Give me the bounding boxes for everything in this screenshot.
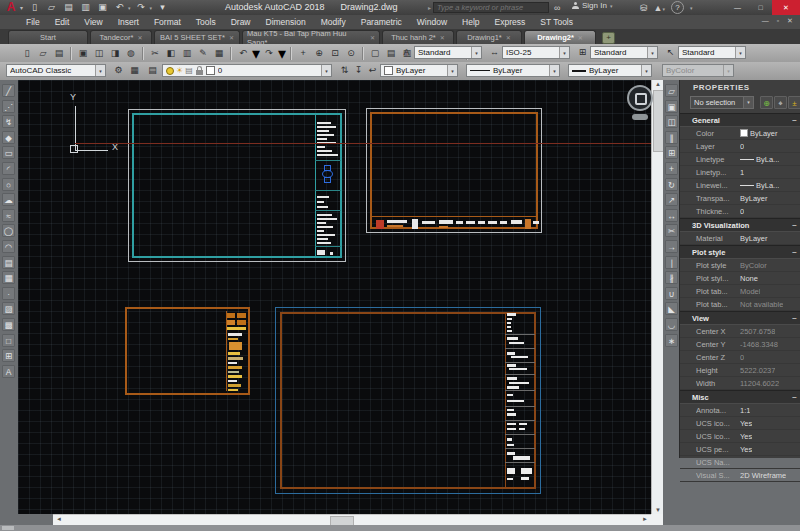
layer-on-bulb-icon[interactable] [166,67,174,75]
color-caret-icon[interactable]: ▾ [447,65,457,76]
app-store-cart-icon[interactable]: ⛁ [640,3,648,13]
maximize-button[interactable]: □ [749,0,772,15]
tab-close-icon[interactable]: ✕ [370,34,375,41]
dim-style-combo[interactable]: ISO-25▾ [502,46,570,59]
menu-express[interactable]: Express [493,17,528,27]
help-menu-icon[interactable]: ? [671,1,684,14]
break-icon[interactable]: ∦ [665,271,678,284]
lineweight-caret-icon[interactable]: ▾ [641,65,651,76]
qat-open-icon[interactable]: ▱ [45,1,58,14]
open-icon[interactable]: ▱ [36,46,50,60]
array-icon[interactable]: ⊞ [665,146,678,159]
lineweight-combo[interactable]: ByLayer▾ [568,64,652,77]
menu-insert[interactable]: Insert [116,17,141,27]
scroll-right-icon[interactable]: ► [642,516,648,522]
collapse-icon[interactable]: − [792,248,797,257]
gradient-icon[interactable]: ▩ [2,318,15,331]
qat-new-icon[interactable]: ▯ [28,1,41,14]
scroll-down-icon[interactable]: ▼ [652,507,664,513]
new-drawing-tab-button[interactable]: + [602,32,615,44]
hatch-icon[interactable]: ▨ [2,302,15,315]
region-icon[interactable]: □ [2,334,15,347]
properties-icon[interactable]: ▢ [368,46,382,60]
polyline-icon[interactable]: ↯ [2,115,15,128]
mirror-icon[interactable]: ◫ [665,115,678,128]
property-row[interactable]: Layer0 [680,140,800,153]
close-button[interactable]: ✕ [772,0,800,15]
circle-icon[interactable]: ○ [2,178,15,191]
qat-customize-icon[interactable]: ▾ [156,1,169,14]
break-at-point-icon[interactable]: ∣ [665,256,678,269]
tab-tandecor-[interactable]: Tandecor*✕ [90,30,152,44]
selection-combo[interactable]: No selection ▾ [690,96,754,109]
selection-caret-icon[interactable]: ▾ [743,97,753,108]
redo-icon-caret[interactable]: ▾ [278,44,286,63]
trim-icon[interactable]: ✂ [665,224,678,237]
mtext-icon[interactable]: A [2,365,15,378]
layer-caret-icon[interactable]: ▾ [321,65,331,76]
property-row[interactable]: Center X2507.6758 [680,325,800,338]
workspace-combo[interactable]: AutoCAD Classic▾ [6,64,106,77]
exchange-apps-icon[interactable]: ▲▾ [654,3,665,13]
workspace-caret-icon[interactable]: ▾ [95,65,105,76]
properties-panel-title[interactable]: PROPERTIES [680,80,800,95]
stretch-icon[interactable]: ↔ [665,209,678,222]
table-style-combo[interactable]: Standard▾ [590,46,658,59]
zoom-window-icon[interactable]: ⊡ [328,46,342,60]
revision-cloud-icon[interactable]: ☁ [2,193,15,206]
canvas-hscrollbar[interactable]: ◄ ► [0,514,663,525]
sign-in-caret-icon[interactable]: ▾ [610,3,613,9]
menu-format[interactable]: Format [152,17,183,27]
workspace-settings-icon[interactable]: ⚙ [112,64,125,77]
logo-caret-icon[interactable]: ▾ [20,4,23,11]
layer-properties-icon[interactable]: ▤ [146,64,159,77]
canvas-vscrollbar[interactable]: ▲ ▼ [651,80,663,514]
text-style-combo[interactable]: Standard▾ [414,46,482,59]
paste-icon[interactable]: ▥ [180,46,194,60]
autocad-logo-icon[interactable]: A [3,1,19,14]
scroll-left-icon[interactable]: ◄ [56,516,62,522]
qat-redo-icon-caret[interactable]: ▾ [150,5,153,11]
property-row[interactable]: UCS pe...Yes [680,443,800,456]
designcenter-icon[interactable]: ▤ [384,46,398,60]
menu-parametric[interactable]: Parametric [359,17,404,27]
section-header-misc[interactable]: Misc− [680,390,800,404]
polygon-icon[interactable]: ◆ [2,131,15,144]
tab-close-icon[interactable]: ✕ [229,34,234,41]
spline-icon[interactable]: ≈ [2,209,15,222]
block-editor-icon[interactable]: ▦ [212,46,226,60]
property-row[interactable]: Center Z0 [680,351,800,364]
help-caret-icon[interactable]: ▾ [690,5,693,11]
minimize-button[interactable]: — [726,0,749,15]
insert-block-icon[interactable]: ▤ [2,256,15,269]
section-header-view[interactable]: View− [680,311,800,325]
frame-top-right[interactable] [366,108,542,233]
layer-states-icon[interactable]: ⇅ [338,64,351,77]
section-header-plot-style[interactable]: Plot style− [680,245,800,259]
tab-mau-kt5-bai-tap-pham-huu-sang-[interactable]: Mau KT5 - Bai Tap Pham Huu Sang*✕ [242,30,380,44]
menu-modify[interactable]: Modify [319,17,348,27]
property-row[interactable]: Linewei...ByLa... [680,179,800,192]
frame-top-left[interactable] [128,109,346,262]
layer-combo[interactable]: ☀ ▤ 0 ▾ [162,64,332,77]
tab-drawing2-[interactable]: Drawing2*✕ [524,30,596,44]
search-input[interactable] [433,2,549,13]
point-icon[interactable]: ∙ [2,287,15,300]
dim-style-combo-caret-icon[interactable]: ▾ [559,47,569,58]
construction-line[interactable] [75,143,651,144]
qat-undo-icon-caret[interactable]: ▾ [128,5,131,11]
extend-icon[interactable]: → [665,240,678,253]
cut-icon[interactable]: ✂ [148,46,162,60]
move-icon[interactable]: + [665,162,678,175]
layer-plot-icon[interactable]: ▤ [185,66,193,75]
property-row[interactable]: Linetyp...1 [680,166,800,179]
tab-bai-5-sheet-set-[interactable]: BAI 5 SHEET SET*✕ [154,30,240,44]
qat-redo-icon[interactable]: ↷ [135,1,148,14]
line-icon[interactable]: ╱ [2,84,15,97]
mleader-style-combo[interactable]: Standard▾ [678,46,746,59]
tab-drawing1-[interactable]: Drawing1*✕ [456,30,522,44]
copy-icon[interactable]: ◧ [164,46,178,60]
property-row[interactable]: UCS ico...Yes [680,417,800,430]
undo-icon[interactable]: ↶ [236,46,250,60]
collapse-icon[interactable]: − [792,221,797,230]
